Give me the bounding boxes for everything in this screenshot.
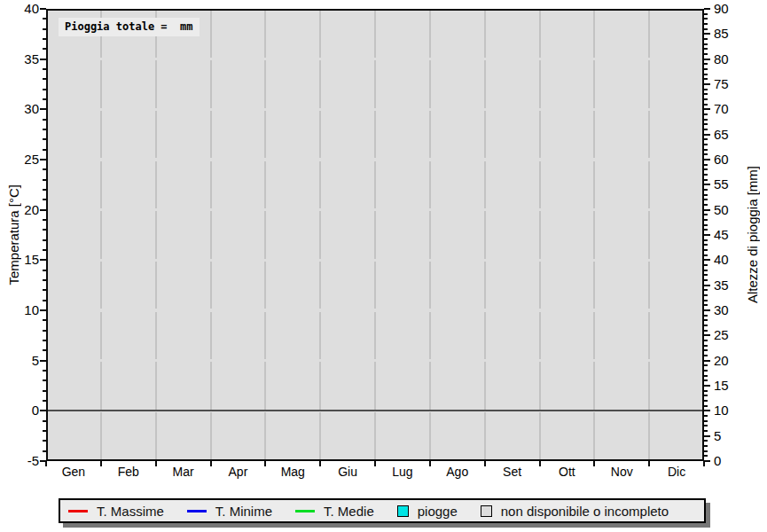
right-axis-tick [704, 390, 708, 392]
right-axis-tick [704, 93, 708, 95]
x-month-label: Mag [265, 465, 320, 479]
right-axis-tick [704, 254, 708, 256]
left-axis-tick [43, 18, 46, 20]
right-axis-tick [704, 319, 708, 321]
month-gridline [539, 9, 541, 461]
right-axis-tick [704, 189, 708, 191]
legend: T. MassimeT. MinimeT. Mediepioggenon dis… [59, 498, 706, 523]
legend-square-marker [481, 505, 492, 517]
left-axis-tick [40, 209, 46, 211]
right-axis-tick [704, 375, 708, 377]
left-axis-tick [43, 300, 46, 301]
right-axis-tick [704, 234, 710, 236]
right-axis-tick [704, 63, 708, 65]
left-axis-tick [43, 179, 46, 181]
right-axis-tick [704, 204, 708, 206]
right-axis-tick [704, 270, 708, 271]
left-axis-tick [43, 279, 46, 281]
climate-chart: 4035302520151050-59085807570656055504540… [0, 0, 767, 532]
right-axis-tick [704, 309, 710, 311]
left-axis-tick [43, 370, 46, 372]
right-axis-tick [704, 89, 708, 90]
left-axis-tick [40, 108, 46, 110]
right-axis-tick [704, 33, 710, 35]
legend-line-marker [68, 510, 88, 512]
right-axis-tick [704, 138, 708, 140]
right-axis-tick [704, 113, 708, 115]
left-axis-title: Temperatura [°C] [6, 184, 21, 286]
right-axis-tick [704, 325, 708, 326]
right-axis-tick [704, 294, 708, 296]
left-axis-tick [43, 149, 46, 151]
right-axis-tick [704, 440, 708, 442]
right-axis-tick [704, 395, 708, 396]
right-axis-tick [704, 159, 710, 160]
right-axis-tick [704, 274, 708, 276]
right-axis-tick [704, 244, 708, 246]
right-axis-tick [704, 415, 708, 417]
right-axis-tick [704, 43, 708, 45]
left-axis-tick [40, 159, 46, 160]
left-axis-tick [40, 59, 46, 60]
right-axis-tick [704, 430, 708, 432]
left-axis-tick [43, 289, 46, 291]
right-axis-tick [704, 379, 708, 381]
total-rain-annotation: Pioggia totale = mm [59, 18, 200, 36]
right-axis-tick [704, 219, 708, 221]
left-axis-tick [43, 229, 46, 231]
right-axis-tick [704, 59, 710, 60]
month-gridline [429, 9, 431, 461]
right-axis-tick [704, 370, 708, 372]
legend-line-marker [187, 510, 207, 512]
right-axis-tick [704, 83, 710, 85]
right-axis-tick [704, 108, 710, 110]
right-axis-tick [704, 8, 710, 10]
x-month-label: Giu [320, 465, 375, 479]
left-axis-tick [43, 249, 46, 251]
legend-label: T. Medie [324, 504, 374, 519]
right-axis-tick [704, 38, 708, 40]
left-axis-tick [43, 138, 46, 140]
right-axis-tick [704, 364, 708, 366]
x-month-label: Gen [46, 465, 101, 479]
right-axis-tick [704, 68, 708, 70]
left-axis-tick [43, 68, 46, 70]
right-axis-tick [704, 209, 710, 211]
right-axis-tick [704, 149, 708, 151]
left-axis-tick [43, 349, 46, 351]
left-axis-tick [43, 89, 46, 90]
month-gridline [648, 9, 650, 461]
right-axis-tick [704, 264, 708, 266]
right-axis-tick [704, 289, 708, 291]
left-axis-tick [43, 330, 46, 332]
left-axis-tick [43, 450, 46, 452]
right-axis-tick [704, 168, 708, 170]
right-axis-tick [704, 285, 710, 286]
left-axis-tick [43, 28, 46, 30]
left-axis-tick [43, 379, 46, 381]
left-axis-title-strip: Temperatura [°C] [2, 9, 25, 461]
legend-label: T. Minime [215, 504, 272, 519]
right-axis-tick [704, 164, 708, 166]
right-axis-tick [704, 18, 708, 20]
left-axis-tick [43, 239, 46, 241]
right-axis-tick [704, 334, 710, 336]
right-axis-tick [704, 340, 708, 341]
left-axis-tick [43, 38, 46, 40]
legend-label: piogge [418, 504, 458, 519]
right-axis-tick [704, 410, 710, 411]
legend-square-marker [397, 505, 409, 517]
right-axis-tick [704, 259, 710, 261]
left-axis-tick [40, 8, 46, 10]
month-gridline [319, 9, 321, 461]
right-axis-tick [704, 405, 708, 407]
right-axis-tick [704, 249, 708, 251]
left-axis-tick [43, 390, 46, 392]
right-axis-tick [704, 74, 708, 75]
right-axis-tick [704, 425, 708, 426]
right-axis-tick [704, 194, 708, 196]
left-axis-tick [43, 430, 46, 432]
right-axis-tick [704, 153, 708, 155]
right-axis-tick [704, 345, 708, 347]
left-axis-tick [43, 119, 46, 121]
